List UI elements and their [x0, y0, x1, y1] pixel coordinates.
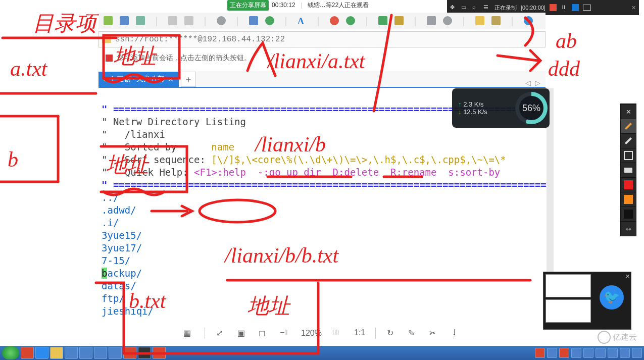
- window-icon[interactable]: ▭: [461, 4, 468, 11]
- layout-icon[interactable]: [249, 16, 258, 25]
- font-icon[interactable]: A: [298, 16, 307, 25]
- start-button[interactable]: [2, 346, 19, 359]
- tray-icon[interactable]: [547, 348, 557, 358]
- edit-icon[interactable]: ✎: [408, 328, 418, 338]
- new-tab-button[interactable]: ＋: [181, 72, 196, 87]
- tab-close-button[interactable]: ✕: [168, 75, 174, 83]
- taskbar-item[interactable]: [21, 347, 34, 359]
- windows-taskbar[interactable]: [0, 346, 644, 360]
- color-orange-button[interactable]: [621, 192, 636, 207]
- rect-tool-button[interactable]: [621, 148, 636, 163]
- color-red-button[interactable]: [621, 177, 636, 192]
- zoom-in-icon[interactable]: ＋⃝: [333, 328, 343, 338]
- tray-icon[interactable]: [632, 348, 642, 358]
- taskbar-item[interactable]: [35, 347, 48, 359]
- highlighter-tool-button[interactable]: [621, 133, 636, 148]
- assistant-bird-icon[interactable]: 🐦: [600, 285, 624, 310]
- tab-prev-button[interactable]: ◁: [525, 79, 531, 87]
- eraser-tool-button[interactable]: [621, 163, 636, 177]
- list-item[interactable]: datas/: [102, 280, 136, 291]
- address-bar[interactable]: ssh://root:******@192.168.44.132:22: [98, 31, 546, 47]
- pause-icon[interactable]: ⏸: [561, 4, 568, 11]
- list-item[interactable]: .adwd/: [102, 204, 136, 216]
- annotation-tool-panel[interactable]: ✕ ⇿: [620, 104, 636, 236]
- color-black-button[interactable]: [621, 207, 636, 221]
- new-icon[interactable]: [104, 16, 113, 25]
- search-icon[interactable]: [217, 16, 226, 25]
- screen-share-bar: 正在分享屏幕 00:30:12 ｜ 钱辖…等22人正在观看: [227, 0, 369, 10]
- annot-close-button[interactable]: ✕: [621, 104, 636, 119]
- list-item[interactable]: .i/: [102, 217, 119, 228]
- list-item[interactable]: jieshiqi/: [102, 305, 154, 317]
- crop-icon[interactable]: ✂: [429, 328, 439, 338]
- network-gauge[interactable]: ↑ 2.3 K/s ↓ 12.5 K/s 56%: [452, 88, 550, 128]
- new-file-icon[interactable]: [475, 16, 484, 25]
- zoom-out-icon[interactable]: −⃝: [280, 328, 290, 338]
- play-icon[interactable]: [346, 16, 355, 25]
- list-item[interactable]: ../: [102, 192, 119, 203]
- move-icon[interactable]: ✥: [450, 4, 457, 11]
- stop-record-button[interactable]: [550, 4, 557, 11]
- expand-tool-button[interactable]: ⇿: [621, 221, 636, 236]
- help-icon[interactable]: [524, 16, 533, 25]
- taskbar-item[interactable]: [123, 347, 136, 359]
- taskbar-item[interactable]: [138, 347, 151, 359]
- tray-icon[interactable]: [559, 348, 569, 358]
- camera-icon[interactable]: [583, 5, 591, 11]
- download-icon[interactable]: ⭳: [451, 328, 461, 338]
- tab-next-button[interactable]: ▷: [535, 79, 540, 87]
- keyboard-icon[interactable]: [427, 16, 436, 25]
- zoom-icon[interactable]: ⌕: [472, 4, 479, 11]
- tray-icon[interactable]: [583, 348, 593, 358]
- list-item[interactable]: ftp/: [102, 293, 125, 304]
- bookmark-icon[interactable]: [106, 55, 113, 62]
- copy-icon[interactable]: [184, 16, 193, 25]
- tray-icon[interactable]: [596, 348, 606, 358]
- tray-icon[interactable]: [608, 348, 618, 358]
- close-recorder-button[interactable]: ✕: [631, 5, 636, 11]
- save-icon[interactable]: [120, 16, 129, 25]
- folder-icon[interactable]: [491, 16, 501, 25]
- netrw-seq-value: [\/]$,\<core\%(\.\d\+\)\=\>,\.h$,\.c$,\.…: [211, 154, 506, 165]
- marker-button[interactable]: [572, 4, 579, 11]
- list-item[interactable]: 3yue17/: [102, 242, 142, 253]
- fit-screen-icon[interactable]: ⤢: [216, 328, 226, 338]
- grid-view-icon[interactable]: ▦: [183, 328, 193, 338]
- refresh-icon[interactable]: [136, 16, 145, 25]
- rotate-icon[interactable]: ↻: [387, 328, 397, 338]
- list-item[interactable]: 7-15/: [102, 255, 130, 266]
- record-circle-icon[interactable]: [330, 16, 339, 25]
- actual-size-icon[interactable]: ▣: [237, 328, 247, 338]
- sharing-timer: 00:30:12: [272, 2, 295, 9]
- fit-window-icon[interactable]: ◻: [259, 328, 269, 338]
- taskbar-item[interactable]: [94, 347, 107, 359]
- link-icon[interactable]: [168, 16, 177, 25]
- list-item[interactable]: 3yue15/: [102, 230, 142, 241]
- thumbnail-page-1[interactable]: [546, 274, 591, 297]
- pen-tool-button[interactable]: [621, 119, 636, 133]
- system-tray[interactable]: [535, 348, 642, 358]
- thumbnail-close-button[interactable]: ✕: [625, 273, 630, 280]
- gauge-ring-icon: 56%: [515, 92, 548, 124]
- list-item[interactable]: backup/: [102, 268, 142, 279]
- tray-icon[interactable]: [535, 348, 545, 358]
- taskbar-item[interactable]: [50, 347, 63, 359]
- thumbnail-page-2[interactable]: [546, 299, 591, 323]
- gauge-percent: 56%: [519, 96, 543, 120]
- tab-strip: 1 三创 · 天龙八部 ✕ ＋ ◁ ▷: [98, 71, 546, 88]
- one-to-one-icon[interactable]: 1:1: [354, 328, 364, 338]
- netrw-cwd: " /lianxi: [102, 129, 165, 140]
- user-icon[interactable]: [443, 16, 452, 25]
- globe-icon[interactable]: [265, 16, 274, 25]
- lock-icon[interactable]: [394, 16, 404, 25]
- fullscreen-icon[interactable]: [378, 16, 387, 25]
- taskbar-item[interactable]: [79, 347, 92, 359]
- taskbar-item[interactable]: [109, 347, 122, 359]
- ann-text: 目录项: [33, 12, 100, 35]
- taskbar-item[interactable]: [65, 347, 78, 359]
- taskbar-item[interactable]: [153, 347, 166, 359]
- tray-icon[interactable]: [571, 348, 581, 358]
- menu-icon[interactable]: ☰: [483, 4, 490, 11]
- tray-icon[interactable]: [620, 348, 630, 358]
- tab-session-1[interactable]: 1 三创 · 天龙八部 ✕: [98, 72, 179, 87]
